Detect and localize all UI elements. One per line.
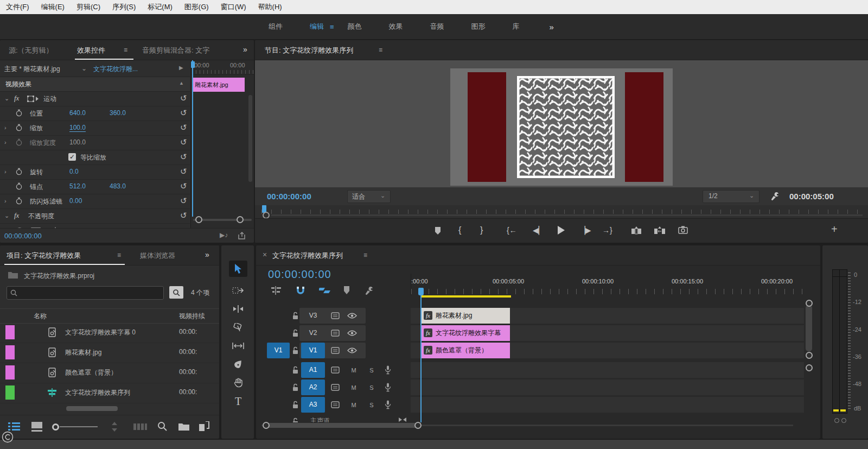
eye-icon[interactable] (347, 330, 357, 336)
extract-icon[interactable] (654, 226, 666, 235)
play-clip-audio-icon[interactable]: ▶♪ (220, 231, 228, 239)
track-target-icon[interactable] (331, 366, 340, 374)
automate-sequence-icon[interactable] (133, 422, 148, 431)
lock-icon[interactable] (292, 346, 299, 355)
project-overflow-icon[interactable]: » (205, 250, 209, 259)
reset-icon[interactable]: ↺ (180, 94, 187, 102)
reset-icon[interactable]: ↺ (180, 211, 187, 219)
ecw-zoom-handle-right[interactable] (237, 216, 244, 223)
timeline-timecode[interactable]: 00:00:00:00 (268, 268, 331, 281)
track-name-v3[interactable]: V3 (301, 308, 325, 324)
snap-magnet-icon[interactable] (296, 286, 305, 295)
workspace-tab-libraries[interactable]: 库 (499, 22, 533, 31)
add-marker-icon[interactable] (434, 226, 442, 235)
export-icon[interactable] (238, 232, 246, 239)
clip-v3[interactable]: fx雕花素材.jpg (420, 308, 510, 324)
rotation-value[interactable]: 0.0 (69, 168, 79, 175)
program-tab[interactable]: 节目: 文字花纹浮雕效果序列 (265, 46, 353, 55)
workspace-menu-icon[interactable]: ≡ (330, 23, 334, 31)
project-file-name[interactable]: 文字花纹浮雕效果.prproj (24, 271, 94, 281)
mute-button[interactable]: M (349, 401, 358, 409)
effect-row-motion[interactable]: ⌄ fx 运动 ↺ (0, 92, 190, 106)
go-to-in-icon[interactable]: {← (507, 226, 517, 235)
reset-icon[interactable]: ↺ (180, 153, 187, 161)
mic-icon[interactable] (385, 365, 391, 375)
menu-edit[interactable]: 编辑(E) (35, 2, 71, 12)
clip-v2[interactable]: fx文字花纹浮雕效果字幕 (420, 325, 510, 341)
vscroll-handle-bottom[interactable] (806, 352, 813, 359)
workspace-tab-effects[interactable]: 效果 (375, 22, 417, 31)
menu-file[interactable]: 文件(F) (0, 2, 35, 12)
effect-controls-panel-menu-icon[interactable]: ≡ (124, 46, 127, 54)
a1-lane[interactable] (411, 362, 804, 378)
menu-graphics[interactable]: 图形(G) (178, 2, 215, 12)
lock-icon[interactable] (292, 312, 299, 320)
close-tab-icon[interactable]: × (263, 250, 267, 259)
new-item-icon[interactable] (199, 421, 209, 432)
ecw-vertical-scrollbar[interactable] (248, 95, 252, 182)
ripple-edit-tool[interactable] (229, 301, 247, 317)
chevron-down-icon[interactable]: ⌄ (81, 65, 87, 72)
track-name-a1[interactable]: A1 (301, 362, 325, 378)
zoom-level-dropdown[interactable]: 适合 ⌄ (347, 190, 391, 203)
ecw-ruler[interactable]: 00:00 00:00 (191, 60, 254, 75)
pen-tool[interactable] (229, 356, 247, 372)
mic-icon[interactable] (385, 383, 391, 392)
chevron-right-icon[interactable]: › (4, 139, 7, 146)
step-back-icon[interactable]: ◀▏ (533, 226, 545, 235)
workspace-tab-audio[interactable]: 音频 (417, 22, 458, 31)
position-x-value[interactable]: 640.0 (69, 109, 86, 117)
step-forward-icon[interactable]: ▕▶ (579, 226, 591, 235)
lock-icon[interactable] (292, 383, 299, 391)
menu-sequence[interactable]: 序列(S) (106, 2, 142, 12)
eye-icon[interactable] (347, 313, 357, 319)
media-browser-tab[interactable]: 媒体浏览器 (140, 251, 175, 261)
timeline-playhead-line[interactable] (420, 289, 422, 422)
collapse-section-icon[interactable]: ▲ (179, 80, 184, 86)
workspace-tab-color[interactable]: 颜色 (334, 22, 375, 31)
linked-selection-icon[interactable] (319, 286, 331, 295)
ecw-mini-clip[interactable]: 雕花素材.jpg (192, 78, 245, 92)
ecw-zoom-handle-left[interactable] (195, 216, 202, 223)
razor-tool[interactable] (229, 319, 247, 336)
export-frame-camera-icon[interactable] (678, 226, 688, 234)
workspace-tab-assembly[interactable]: 组件 (255, 22, 296, 31)
sort-icon[interactable] (110, 422, 119, 432)
track-name-v2[interactable]: V2 (301, 325, 325, 341)
audio-vscroll-handle[interactable] (806, 364, 813, 371)
hscroll-handle-left[interactable] (263, 422, 270, 429)
chevron-down-icon[interactable]: ⌄ (4, 95, 9, 102)
ecw-timeline-toggle-icon[interactable]: ▶ (179, 65, 183, 71)
effect-row-opacity[interactable]: ⌄ fx 不透明度 ↺ (0, 209, 190, 224)
track-select-forward-tool[interactable] (229, 282, 247, 299)
track-target-icon[interactable] (331, 401, 340, 408)
mute-button[interactable]: M (349, 366, 358, 375)
slip-tool[interactable] (229, 338, 247, 354)
new-bin-icon[interactable] (178, 422, 190, 431)
type-tool[interactable]: T (229, 393, 247, 409)
reset-icon[interactable]: ↺ (180, 167, 187, 175)
icon-view-icon[interactable] (31, 422, 43, 432)
timeline-vscroll-thumb[interactable] (806, 305, 812, 351)
label-color-chip[interactable] (5, 325, 15, 339)
antiflicker-value[interactable]: 0.00 (69, 197, 82, 205)
position-y-value[interactable]: 360.0 (110, 109, 126, 117)
mark-in-icon[interactable]: { (458, 225, 461, 235)
scrubber-zoom-track[interactable] (271, 214, 863, 216)
label-color-chip[interactable] (5, 345, 15, 359)
track-target-icon[interactable] (331, 330, 340, 337)
track-target-icon[interactable] (331, 384, 340, 391)
tab-effect-controls[interactable]: 效果控件 (77, 46, 105, 55)
menu-window[interactable]: 窗口(W) (215, 2, 252, 12)
selection-tool[interactable] (229, 261, 247, 277)
program-timecode[interactable]: 00:00:00:00 (267, 192, 311, 201)
project-item-row[interactable]: 颜色遮罩（背景） 00:00: (0, 363, 219, 383)
menu-marker[interactable]: 标记(M) (142, 2, 178, 12)
chevron-right-icon[interactable]: › (4, 124, 7, 131)
stopwatch-icon[interactable] (15, 109, 23, 117)
ecw-playhead-line[interactable] (192, 60, 193, 217)
source-track-v1[interactable]: V1 (267, 343, 290, 358)
zoom-slider-track[interactable] (60, 426, 98, 427)
menu-clip[interactable]: 剪辑(C) (71, 2, 106, 12)
clip-v1[interactable]: fx颜色遮罩（背景） (420, 343, 510, 358)
